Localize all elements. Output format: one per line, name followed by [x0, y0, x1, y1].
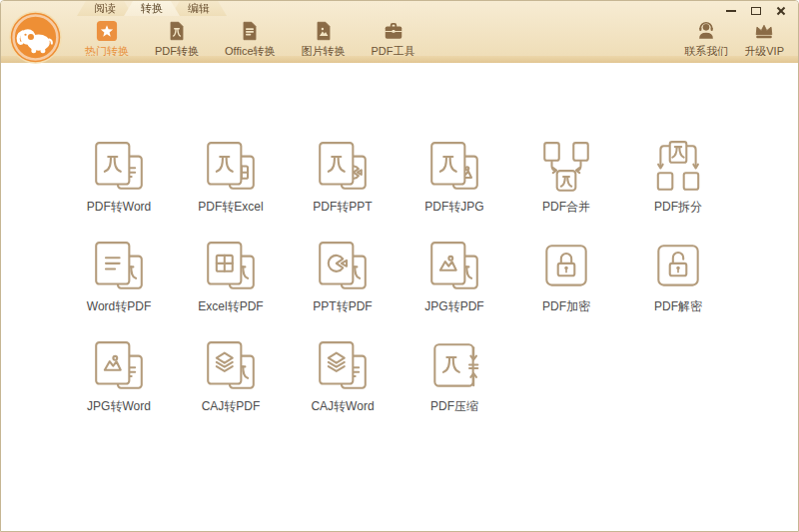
word-to-pdf[interactable]: Word转PDF — [63, 239, 175, 316]
excel-to-pdf-label: Excel转PDF — [198, 298, 263, 315]
pdf-lock-icon — [537, 239, 595, 296]
excel-to-pdf[interactable]: Excel转PDF — [175, 239, 287, 316]
maximize-button[interactable] — [750, 6, 762, 16]
tab-convert[interactable]: 转换 — [124, 1, 180, 16]
pdf-split-icon — [649, 139, 707, 197]
pdf-to-jpg-icon — [425, 139, 483, 197]
pdf-to-ppt-icon — [314, 139, 372, 197]
pdf-unlock-icon — [649, 239, 707, 296]
caj-to-pdf[interactable]: CAJ转PDF — [175, 338, 287, 416]
crown-icon — [753, 20, 775, 42]
tab-edit[interactable]: 编辑 — [171, 1, 227, 16]
jpg-to-pdf-icon — [425, 239, 483, 296]
pdf-to-word-label: PDF转Word — [87, 199, 151, 216]
pdf-to-excel-icon — [202, 139, 260, 197]
caj-to-pdf-icon — [202, 338, 260, 396]
app-logo-elephant-icon — [9, 11, 62, 64]
tab-convert-label: 转换 — [141, 2, 163, 14]
caj-to-word[interactable]: CAJ转Word — [287, 338, 399, 416]
briefcase-icon — [383, 20, 404, 42]
hot-star-icon — [96, 20, 118, 42]
pdf-merge-label: PDF合并 — [542, 199, 590, 216]
header-actions: 联系我们 升级VIP — [684, 17, 784, 59]
pdf-decrypt[interactable]: PDF解密 — [622, 239, 734, 316]
pdf-to-excel-label: PDF转Excel — [198, 199, 263, 216]
caj-to-word-icon — [314, 338, 372, 396]
pdf-to-word-icon — [90, 139, 148, 197]
word-to-pdf-label: Word转PDF — [87, 298, 151, 315]
jpg-to-word[interactable]: JPG转Word — [63, 338, 175, 416]
pdf-encrypt-label: PDF加密 — [542, 298, 590, 315]
pdf-to-jpg[interactable]: PDF转JPG — [399, 139, 510, 217]
minimize-button[interactable] — [725, 6, 737, 16]
pdf-decrypt-label: PDF解密 — [654, 298, 702, 315]
close-button[interactable] — [775, 6, 787, 16]
pdf-doc-icon — [166, 20, 188, 42]
pdf-compress[interactable]: PDF压缩 — [399, 338, 510, 416]
tab-read-label: 阅读 — [94, 2, 116, 14]
headset-icon — [695, 20, 717, 42]
header-bar: 阅读转换编辑 热门转换 PDF转换 Office转换 图片转换 PDF工具 联系… — [1, 1, 798, 63]
caj-to-word-label: CAJ转Word — [311, 398, 374, 415]
pdf-to-excel[interactable]: PDF转Excel — [175, 139, 287, 217]
contact-us-button[interactable]: 联系我们 — [684, 17, 728, 59]
excel-to-pdf-icon — [202, 239, 260, 296]
ppt-to-pdf-icon — [314, 239, 372, 296]
jpg-to-word-icon — [90, 338, 148, 396]
toolbar-image-convert[interactable]: 图片转换 — [302, 17, 346, 59]
tab-read[interactable]: 阅读 — [77, 1, 133, 16]
pdf-to-word[interactable]: PDF转Word — [63, 139, 175, 217]
word-to-pdf-icon — [90, 239, 148, 296]
app-window: 阅读转换编辑 热门转换 PDF转换 Office转换 图片转换 PDF工具 联系… — [0, 0, 799, 532]
jpg-to-pdf-label: JPG转PDF — [424, 298, 483, 315]
pdf-split[interactable]: PDF拆分 — [622, 139, 734, 217]
pdf-to-ppt[interactable]: PDF转PPT — [287, 139, 399, 217]
ppt-to-pdf-label: PPT转PDF — [313, 298, 372, 315]
pdf-merge[interactable]: PDF合并 — [510, 139, 622, 217]
ppt-to-pdf[interactable]: PPT转PDF — [287, 239, 399, 316]
toolbar-pdf-tools[interactable]: PDF工具 — [372, 17, 415, 59]
pdf-encrypt[interactable]: PDF加密 — [510, 239, 622, 316]
toolbar: 热门转换 PDF转换 Office转换 图片转换 PDF工具 — [85, 17, 415, 59]
pdf-merge-icon — [537, 139, 595, 197]
image-doc-icon — [313, 20, 335, 42]
jpg-to-pdf[interactable]: JPG转PDF — [399, 239, 510, 316]
conversion-grid: PDF转Word PDF转Excel PDF转PPT PDF转JPG PDF合并… — [63, 139, 734, 416]
toolbar-pdf-convert[interactable]: PDF转换 — [155, 17, 199, 59]
pdf-to-ppt-label: PDF转PPT — [313, 199, 372, 216]
window-controls — [725, 6, 787, 16]
upgrade-vip-button[interactable]: 升级VIP — [744, 17, 784, 59]
main-content: PDF转Word PDF转Excel PDF转PPT PDF转JPG PDF合并… — [1, 63, 798, 531]
toolbar-hot-convert[interactable]: 热门转换 — [85, 17, 129, 59]
pdf-compress-icon — [425, 338, 483, 396]
office-doc-icon — [239, 20, 261, 42]
toolbar-office-convert[interactable]: Office转换 — [225, 17, 276, 59]
tab-edit-label: 编辑 — [188, 2, 210, 14]
pdf-compress-label: PDF压缩 — [430, 398, 478, 415]
caj-to-pdf-label: CAJ转PDF — [202, 398, 261, 415]
pdf-split-label: PDF拆分 — [654, 199, 702, 216]
pdf-to-jpg-label: PDF转JPG — [424, 199, 483, 216]
tab-strip: 阅读转换编辑 — [77, 1, 218, 16]
header-accent-strip — [1, 56, 798, 63]
jpg-to-word-label: JPG转Word — [87, 398, 151, 415]
